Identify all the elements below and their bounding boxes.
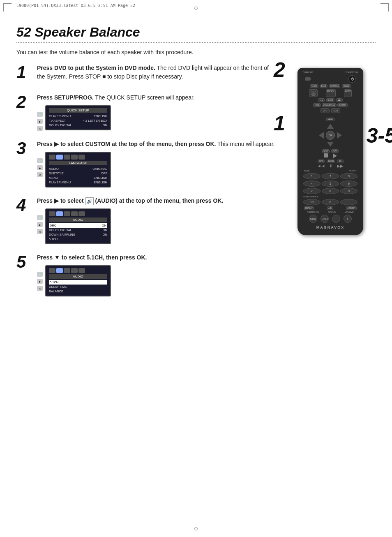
zoom-btn[interactable]: ZOOM	[344, 89, 352, 97]
bass-btn[interactable]: BASS	[320, 84, 327, 88]
num-extra[interactable]	[340, 199, 357, 205]
timer-set-label: TIMER SET	[302, 71, 314, 74]
standby-label: STANDBY ON	[345, 71, 358, 74]
angle-btn[interactable]: ANGLE	[342, 84, 350, 88]
page-container: E9000(P01-54).QX33.latest 03.6.5 2:51 AM…	[0, 0, 392, 537]
stop-square	[324, 153, 328, 157]
step-3-screen-wrapper: 💿 ▶ ⚙ LANGUAGE	[37, 152, 277, 187]
step-1-content: Press DVD to put the System in DVD mode.…	[37, 64, 277, 84]
dpad-up[interactable]	[327, 124, 334, 129]
step-5-content: Press ▼ to select 5.1CH, then press OK. …	[37, 253, 277, 296]
timer-set-btn[interactable]	[305, 77, 311, 81]
step-2-screen-icons: 💿 ▶ ⚙	[37, 112, 43, 131]
vcr-btn[interactable]: VCR	[331, 108, 340, 113]
skip-back-btn[interactable]: ◄◄	[318, 98, 325, 102]
num-10[interactable]: 10	[303, 199, 321, 205]
surround-label: SURROUND	[307, 211, 319, 213]
steps-right: 2 1 3-5 TIMER SET STANDBY ON ⏻ AUDIO	[285, 64, 376, 306]
volume-row: SUR SND − +	[301, 215, 360, 223]
screen-5-icon-disc: 💿	[37, 272, 43, 277]
surround-btn[interactable]: SUR	[309, 215, 317, 223]
num-8[interactable]: 8	[322, 188, 339, 194]
vol-minus-btn[interactable]: −	[332, 215, 340, 223]
ok-btn[interactable]: OK	[326, 131, 335, 140]
num-9[interactable]: 9	[340, 188, 357, 194]
screen-3-icon-set: ⚙	[37, 172, 43, 177]
tab5-2-active	[56, 268, 63, 273]
return-btn[interactable]: RETURN	[337, 103, 348, 107]
ab-btn[interactable]: A-B	[327, 206, 333, 210]
screen-icon-disc: 💿	[37, 112, 43, 117]
step-number-3: 3	[16, 140, 31, 157]
play-btn[interactable]: PLAY	[331, 149, 338, 153]
dpad-down[interactable]	[327, 142, 334, 147]
tab4-2-active	[56, 211, 63, 216]
slow-btn[interactable]: SLOW	[326, 98, 334, 102]
ff-icon: ▶▶	[337, 164, 344, 168]
screen-4-icon-disc: 💿	[37, 215, 43, 220]
dpad-left[interactable]	[319, 132, 324, 139]
ff-btn[interactable]: FF	[337, 160, 344, 163]
pause-btn[interactable]: PAUSE	[327, 160, 335, 163]
rew-pause-ff-row: REW ◄◄ PAUSE ⏸ FF ▶▶	[301, 160, 360, 168]
dpad-right[interactable]	[337, 132, 342, 139]
sound-btn[interactable]: SND	[321, 215, 329, 223]
step-1: 1 Press DVD to put the System in DVD mod…	[16, 64, 277, 84]
setup-prog-area[interactable]: SETUP	[309, 89, 318, 97]
repeat-btn[interactable]: REPEAT	[304, 206, 314, 210]
step-5-screen-icons: 💿 ▶ ⚙	[37, 272, 43, 291]
num-4[interactable]: 4	[303, 181, 321, 187]
step-4-text: Press ▶ to select 🔊 (AUDIO) at the top o…	[37, 197, 277, 205]
num-0[interactable]: 0	[322, 199, 339, 205]
screen-2-title: QUICK SETUP	[49, 108, 107, 113]
dvd-vcr-row: DVD VCR	[301, 108, 360, 113]
menu-btn[interactable]: MENU	[326, 118, 334, 121]
step-number-4: 4	[16, 197, 31, 214]
num-6[interactable]: 6	[340, 181, 357, 187]
num-bottom-grid: 10 0	[303, 199, 357, 205]
screen-4-row-4: 5.1CH	[49, 237, 107, 241]
stop-btn[interactable]: STOP	[322, 149, 330, 153]
tab-5	[78, 155, 85, 160]
vol-plus-btn[interactable]: +	[344, 215, 352, 223]
tab4-3	[64, 211, 70, 216]
screen-5-tabs	[49, 268, 107, 273]
num-7[interactable]: 7	[303, 188, 321, 194]
skip-fwd-btn[interactable]: ▶▶	[336, 98, 343, 102]
standby-btn[interactable]: ⏻	[348, 75, 356, 83]
step-1-text: Press DVD to put the System in DVD mode.…	[37, 64, 277, 81]
title-btn[interactable]: TITLE	[313, 103, 321, 107]
screen-3-row-4: PLAYER MENUENGLISH	[49, 180, 107, 185]
screen-3-row-1: AUDIOORIGINAL	[49, 167, 107, 171]
screen-4-row-2: DOLBY DIGITALON	[49, 228, 107, 232]
mode-speed-btn[interactable]: MODE/SPEED	[322, 103, 337, 107]
display-btn[interactable]: DISPLAY	[326, 89, 336, 97]
slide-label: SLIDE	[304, 169, 310, 172]
screen-4-tabs	[49, 211, 107, 216]
screen-3-icon-disc: 💿	[37, 158, 43, 163]
num-1[interactable]: 1	[303, 173, 321, 179]
screen-5-row-2: DELAY TIME	[49, 285, 107, 289]
tab-2-active	[56, 155, 63, 160]
step-number-5: 5	[16, 253, 31, 271]
crop-circle-bottom	[194, 527, 198, 530]
add-set-btn[interactable]: ADD/SET	[346, 206, 357, 210]
screen-5-icon-set: ⚙	[37, 286, 43, 291]
step-3-content: Press ▶ to select CUSTOM at the top of t…	[37, 140, 277, 187]
rew-icon: ◄◄	[317, 164, 325, 168]
dvd-btn[interactable]: DVD	[321, 108, 330, 113]
section-divider	[16, 42, 376, 43]
step-4: 4 Press ▶ to select 🔊 (AUDIO) at the top…	[16, 197, 277, 244]
tab5-3	[64, 268, 70, 273]
audio-btn[interactable]: AUDIO	[310, 84, 318, 88]
pause-icon: ⏸	[329, 164, 333, 168]
dpad[interactable]: OK	[318, 123, 343, 148]
step-5-text: Press ▼ to select 5.1CH, then press OK.	[37, 253, 277, 262]
page-title: 52 Speaker Balance	[16, 25, 376, 40]
screen-5-row-3: BALANCE	[49, 289, 107, 294]
num-5[interactable]: 5	[322, 181, 339, 187]
rew-btn[interactable]: REW	[318, 160, 325, 163]
num-2[interactable]: 2	[322, 173, 339, 179]
num-3[interactable]: 3	[340, 173, 357, 179]
subtitle-btn[interactable]: SUBTITLE	[329, 84, 341, 88]
